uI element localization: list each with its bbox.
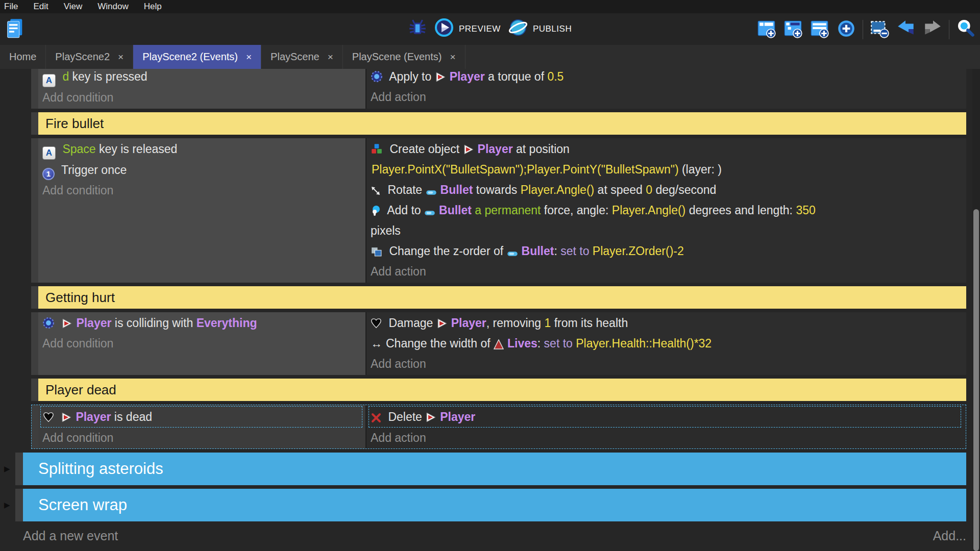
tab-close-icon[interactable]: × [118,52,124,63]
text-fragment: key is released [96,142,178,156]
group-header-screen-wrap[interactable]: ▶ Screen wrap [15,489,966,521]
text-fragment: Apply to [389,70,435,83]
action-zorder[interactable]: Change the z-order of Bullet: set to Pla… [371,241,961,261]
actions-cell[interactable]: Damage Player, removing 1 from its healt… [366,312,966,375]
bullet-icon [424,210,435,216]
text-fragment: pixels [371,224,401,237]
event-gutter[interactable] [31,138,38,283]
menu-file[interactable]: File [4,2,18,12]
project-manager-icon[interactable] [5,17,24,42]
group-header-fire-bullet[interactable]: Fire bullet [31,112,966,135]
object-name: Player [451,316,486,330]
menu-help[interactable]: Help [144,2,162,12]
conditions-cell[interactable]: A d key is pressed Add condition [38,69,366,109]
group-header-getting-hurt[interactable]: Getting hurt [31,286,966,309]
expand-arrow-icon[interactable]: ▶ [4,500,10,510]
add-condition-link[interactable]: Add condition [42,428,362,448]
condition-key-pressed[interactable]: A d key is pressed [42,69,362,87]
conditions-cell[interactable]: Player is dead Add condition [38,405,366,449]
text-fragment: deg/second [652,183,716,196]
force-type: a permanent [472,204,541,217]
add-subevent-icon[interactable] [783,18,803,41]
value: 0 [646,183,652,196]
tab-close-icon[interactable]: × [328,52,333,63]
publish-button[interactable]: PUBLISH [508,17,572,40]
action-create-object[interactable]: Create object Player at position [371,139,961,159]
group-header-player-dead[interactable]: Player dead [31,379,966,401]
event-gutter [31,379,38,401]
add-force-icon [371,205,381,216]
tab-home[interactable]: Home [0,45,46,69]
text-fragment: Trigger once [61,163,127,177]
action-add-force[interactable]: Add to Bullet a permanent force, angle: … [371,200,961,220]
condition-player-dead[interactable]: Player is dead [43,407,360,427]
tab-playscene[interactable]: PlayScene × [261,45,343,69]
text-fragment: at speed [594,183,646,196]
bullet-icon [426,189,437,196]
search-icon[interactable] [955,18,976,41]
actions-cell[interactable]: Apply to Player a torque of 0.5 Add acti… [366,69,966,109]
add-action-link[interactable]: Add action [371,428,961,448]
menu-bar: File Edit View Window Help [0,0,980,13]
add-action-link[interactable]: Add action [371,354,961,374]
actions-cell[interactable]: Delete Player Add action [366,405,966,449]
group-header-splitting-asteroids[interactable]: ▶ Splitting asteroids [15,453,966,485]
menu-view[interactable]: View [64,2,83,12]
expand-arrow-icon[interactable]: ▶ [4,464,10,473]
tab-close-icon[interactable]: × [246,52,252,63]
action-damage-player[interactable]: Damage Player, removing 1 from its healt… [371,313,961,333]
add-new-event-link[interactable]: Add a new event [23,525,118,546]
add-condition-link[interactable]: Add condition [42,180,362,201]
scrollbar-thumb[interactable] [973,209,979,551]
menu-edit[interactable]: Edit [33,2,48,12]
text-fragment: key is pressed [69,70,147,83]
undo-icon[interactable] [896,18,916,41]
event-row-player-dead: Player is dead Add condition Delete Play… [31,405,966,449]
preview-button[interactable]: PREVIEW [434,17,501,40]
event-gutter[interactable] [31,405,38,449]
add-action-link[interactable]: Add action [371,261,961,282]
create-object-icon [371,143,383,155]
toolbar: PREVIEW PUBLISH [0,13,980,45]
redo-icon[interactable] [922,18,943,41]
add-circle-icon[interactable] [836,18,856,41]
text-fragment: Change the z-order of [389,244,506,258]
text-fragment: is colliding with [111,316,196,330]
action-apply-torque[interactable]: Apply to Player a torque of 0.5 [371,69,961,87]
tab-close-icon[interactable]: × [450,52,455,63]
action-create-object-position[interactable]: Player.PointX("BulletSpawn");Player.Poin… [371,159,961,180]
condition-collision[interactable]: Player is colliding with Everything [42,313,362,333]
action-change-width[interactable]: ↔Change the width of Lives: set to Playe… [371,333,961,354]
add-comment-icon[interactable] [810,18,830,41]
tab-playscene2-events[interactable]: PlayScene2 (Events) × [133,45,261,69]
text-fragment: from its health [551,316,628,330]
action-add-force-wrap[interactable]: pixels [371,220,961,241]
publish-label: PUBLISH [533,24,572,34]
health-heart-icon [43,412,54,423]
add-condition-link[interactable]: Add condition [42,87,362,108]
menu-window[interactable]: Window [97,2,128,12]
add-action-link[interactable]: Add action [371,87,961,107]
debug-icon[interactable] [408,18,427,40]
add-condition-link[interactable]: Add condition [42,333,362,354]
add-event-icon[interactable] [756,18,777,41]
toolbar-separator [949,20,949,39]
event-gutter[interactable] [31,69,38,109]
conditions-cell[interactable]: A Space key is released 1 Trigger once A… [38,138,366,283]
conditions-cell[interactable]: Player is colliding with Everything Add … [38,312,366,375]
action-delete-player[interactable]: Delete Player [371,407,959,427]
action-rotate-bullet[interactable]: Rotate Bullet towards Player.Angle() at … [371,180,961,200]
add-more-link[interactable]: Add... [933,525,966,546]
actions-cell[interactable]: Create object Player at position Player.… [366,138,966,283]
text-fragment: Add to [387,204,424,217]
condition-trigger-once[interactable]: 1 Trigger once [42,160,362,180]
remove-selection-icon[interactable] [869,18,890,41]
physics-icon [371,70,383,83]
event-row-torque: A d key is pressed Add condition Apply t… [31,69,966,109]
event-gutter[interactable] [31,312,38,375]
events-sheet: A d key is pressed Add condition Apply t… [0,69,980,551]
tab-playscene2[interactable]: PlayScene2 × [46,45,133,69]
player-ship-icon [61,318,72,329]
condition-key-released[interactable]: A Space key is released [42,139,362,160]
tab-playscene-events[interactable]: PlayScene (Events) × [343,45,465,69]
